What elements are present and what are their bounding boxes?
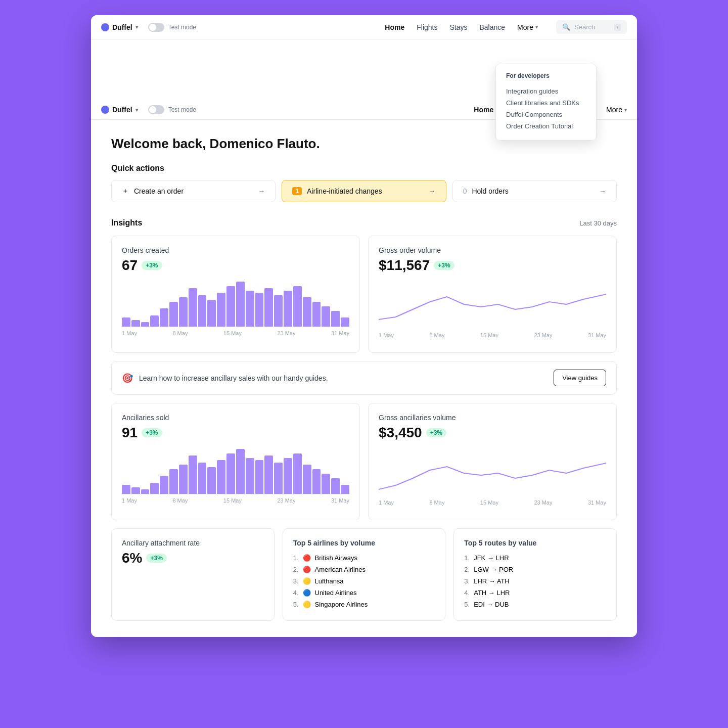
route-rank-3: 3. [464,577,470,585]
anc-bar-22 [322,474,330,494]
toggle-switch[interactable] [148,23,164,32]
airline-rank-3: 3. [293,577,299,585]
gross-anc-x-labels: 1 May 8 May 15 May 23 May 31 May [379,499,606,506]
route-value-4: ATH → LHR [474,589,510,597]
gross-anc-change: +3% [426,428,446,437]
secondary-nav-home[interactable]: Home [474,106,493,114]
route-item-1: 1. JFK → LHR [464,552,606,564]
airline-rank-2: 2. [293,566,299,573]
dropdown-item-1[interactable]: Client libraries and SDKs [506,97,586,109]
airline-name-1: British Airways [315,554,358,562]
gross-anc-x3: 15 May [480,499,498,506]
view-guides-button[interactable]: View guides [554,370,606,386]
insights-header: Insights Last 30 days [111,218,617,228]
top-airlines-title: Top 5 airlines by volume [293,539,435,547]
anc-x-label-5: 31 May [331,497,349,504]
route-rank-1: 1. [464,554,470,562]
ancillaries-sold-label: Ancillaries sold [122,414,349,422]
line-x-label-4: 23 May [534,332,552,338]
line-x-label-2: 8 May [429,332,444,338]
toggle-label: Test mode [168,24,196,31]
brand-icon [101,23,109,31]
hold-orders-button[interactable]: 0 Hold orders → [452,180,617,202]
anc-bar-15 [255,460,264,494]
anc-bar-chart-bars [122,449,349,494]
dropdown-item-0[interactable]: Integration guides [506,85,586,97]
anc-x-label-2: 8 May [172,497,188,504]
airline-flag-2: 🔴 [303,566,311,573]
insights-title: Insights [111,218,142,228]
anc-bar-21 [312,469,321,494]
create-order-label: Create an order [134,187,184,195]
nav-flights[interactable]: Flights [417,23,437,31]
route-item-2: 2. LGW → POR [464,564,606,575]
secondary-toggle-switch[interactable] [148,105,164,114]
x-label-3: 15 May [223,330,242,336]
search-box[interactable]: 🔍 Search / [556,20,627,34]
anc-bar-4 [150,483,159,494]
gross-anc-svg [379,449,606,494]
bar-13 [236,282,245,327]
anc-bar-18 [284,458,292,494]
airline-item-4: 4. 🔵 United Airlines [293,587,435,599]
dropdown-item-2[interactable]: Duffel Components [506,109,586,120]
nav-more-label: More [517,23,533,31]
create-order-button[interactable]: ＋ Create an order → [111,180,276,202]
anc-bar-23 [331,478,340,494]
route-item-5: 5. EDI → DUB [464,599,606,610]
route-item-4: 4. ATH → LHR [464,587,606,599]
bar-10 [207,300,216,327]
bar-1 [122,317,130,327]
airline-item-3: 3. 🟡 Lufthansa [293,575,435,587]
nav-more[interactable]: More ▾ [517,23,538,31]
nav-stays[interactable]: Stays [449,23,467,31]
for-developers-dropdown: For developers Integration guides Client… [495,64,597,141]
orders-bar-chart: 1 May 8 May 15 May 23 May 31 May [122,282,349,342]
anc-bar-19 [293,453,302,494]
airline-changes-button[interactable]: 1 Airline-initiated changes → [282,180,446,202]
quick-actions-row: ＋ Create an order → 1 Airline-initiated … [111,180,617,202]
gross-anc-polyline [379,463,606,489]
bar-9 [198,295,207,327]
anc-x-label-4: 23 May [277,497,295,504]
gross-order-number: $11,567 [379,257,430,274]
anc-bar-16 [264,456,273,494]
quick-actions-title: Quick actions [111,164,617,173]
bar-6 [169,302,178,327]
orders-created-label: Orders created [122,246,349,254]
secondary-chevron-down-icon: ▾ [624,107,627,113]
brand-logo[interactable]: Duffel ▾ [101,23,138,31]
airline-name-3: Lufthansa [315,577,344,585]
nav-balance[interactable]: Balance [480,23,506,31]
secondary-brand[interactable]: Duffel ▾ [101,106,138,114]
anc-bar-8 [189,456,197,494]
anc-bar-chart-x-labels: 1 May 8 May 15 May 23 May 31 May [122,497,349,504]
anc-x-label-3: 15 May [223,497,242,504]
insights-period: Last 30 days [579,219,617,227]
x-label-2: 8 May [172,330,188,336]
secondary-nav-more-label: More [606,106,622,114]
airline-name-2: American Airlines [315,566,366,573]
anc-bar-6 [169,469,178,494]
bottom-charts-row: Ancillaries sold 91 +3% [111,403,617,520]
anc-bar-13 [236,449,245,494]
line-chart-svg [379,282,606,327]
route-list: 1. JFK → LHR 2. LGW → POR 3. LHR → ATH 4… [464,552,606,610]
airline-rank-1: 1. [293,554,299,562]
gross-order-label: Gross order volume [379,246,606,254]
dropdown-item-3[interactable]: Order Creation Tutorial [506,120,586,132]
hold-orders-count: 0 [463,187,467,195]
secondary-toggle[interactable]: Test mode [148,105,196,114]
airline-rank-4: 4. [293,589,299,597]
airline-list: 1. 🔴 British Airways 2. 🔴 American Airli… [293,552,435,610]
airline-flag-1: 🔴 [303,554,311,562]
nav-home[interactable]: Home [385,23,404,31]
secondary-brand-icon [101,106,109,114]
gross-order-line-chart: 1 May 8 May 15 May 23 May 31 May [379,282,606,342]
chevron-down-icon: ▾ [535,24,538,30]
secondary-brand-chevron: ▾ [135,107,138,113]
test-mode-toggle[interactable]: Test mode [148,23,196,32]
anc-bar-7 [179,465,188,494]
secondary-nav-more[interactable]: More ▾ [606,106,627,114]
ancillaries-bar-chart: 1 May 8 May 15 May 23 May 31 May [122,449,349,510]
